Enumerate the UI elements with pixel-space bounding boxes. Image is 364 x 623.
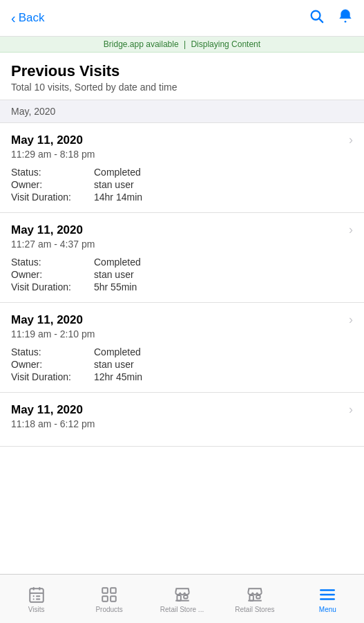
status-value: Completed [94, 346, 353, 357]
visit-time: 11:18 am - 6:12 pm [11, 418, 353, 429]
products-icon [100, 586, 118, 604]
main-content: Previous Visits Total 10 visits, Sorted … [0, 53, 364, 496]
chevron-right-icon: › [349, 133, 353, 147]
svg-rect-12 [111, 588, 116, 593]
duration-value: 5hr 55min [94, 281, 353, 292]
banner-right-text: Displaying Content [191, 39, 260, 49]
svg-rect-3 [30, 588, 44, 602]
tab-bar: Visits Products Retail Store ... [0, 574, 364, 623]
banner-separator: | [184, 39, 186, 49]
svg-rect-13 [102, 596, 108, 602]
tab-visits-label: Visits [28, 606, 45, 613]
visit-date: May 11, 2020 [11, 133, 83, 147]
status-label: Status: [11, 257, 94, 268]
visit-header: May 11, 2020 › [11, 223, 353, 237]
chevron-right-icon: › [349, 313, 353, 327]
svg-rect-16 [184, 595, 187, 598]
back-label: Back [19, 11, 45, 25]
header: ‹ Back [0, 0, 364, 37]
duration-value: 14hr 14min [94, 192, 353, 203]
visit-item-3[interactable]: May 11, 2020 › 11:18 am - 6:12 pm [0, 393, 364, 447]
duration-label: Visit Duration: [11, 371, 94, 382]
visit-item-2[interactable]: May 11, 2020 › 11:19 am - 2:10 pm Status… [0, 303, 364, 393]
svg-rect-11 [102, 588, 108, 593]
svg-rect-19 [256, 595, 260, 598]
owner-value: stan user [94, 359, 353, 370]
retail-stores-icon [246, 586, 264, 604]
tab-products[interactable]: Products [73, 575, 145, 623]
tab-retail-store[interactable]: Retail Store ... [146, 575, 218, 623]
chevron-right-icon: › [349, 223, 353, 237]
visit-date: May 11, 2020 [11, 313, 83, 327]
visit-details: Status: Completed Owner: stan user Visit… [11, 346, 353, 382]
back-button[interactable]: ‹ Back [11, 10, 44, 26]
owner-value: stan user [94, 179, 353, 190]
status-value: Completed [94, 257, 353, 268]
visits-list: May 11, 2020 › 11:29 am - 8:18 pm Status… [0, 123, 364, 447]
owner-label: Owner: [11, 269, 94, 280]
visit-header: May 11, 2020 › [11, 313, 353, 327]
duration-label: Visit Duration: [11, 192, 94, 203]
page-subtitle: Total 10 visits, Sorted by date and time [11, 82, 353, 93]
visit-date: May 11, 2020 [11, 223, 83, 237]
retail-store-icon [173, 586, 191, 604]
visit-time: 11:19 am - 2:10 pm [11, 328, 353, 340]
search-icon[interactable] [309, 8, 324, 28]
status-label: Status: [11, 346, 94, 357]
visit-item-1[interactable]: May 11, 2020 › 11:27 am - 4:37 pm Status… [0, 213, 364, 303]
tab-retail-stores-label: Retail Stores [235, 606, 274, 613]
tab-menu[interactable]: Menu [291, 575, 364, 623]
bell-icon[interactable] [338, 8, 353, 28]
visit-header: May 11, 2020 › [11, 133, 353, 147]
visit-time: 11:27 am - 4:37 pm [11, 239, 353, 250]
tab-menu-label: Menu [319, 606, 336, 613]
visit-time: 11:29 am - 8:18 pm [11, 149, 353, 160]
visit-date: May 11, 2020 [11, 403, 83, 417]
owner-label: Owner: [11, 359, 94, 370]
duration-value: 12hr 45min [94, 371, 353, 382]
page-title-section: Previous Visits Total 10 visits, Sorted … [0, 53, 364, 100]
menu-icon [318, 586, 336, 604]
month-header: May, 2020 [0, 100, 364, 123]
status-value: Completed [94, 167, 353, 178]
svg-rect-14 [111, 596, 116, 602]
chevron-left-icon: ‹ [11, 10, 16, 26]
owner-value: stan user [94, 269, 353, 280]
visit-details: Status: Completed Owner: stan user Visit… [11, 257, 353, 292]
svg-line-1 [319, 19, 323, 22]
banner-left-text: Bridge.app available [104, 39, 179, 49]
visit-header: May 11, 2020 › [11, 402, 353, 417]
visit-details: Status: Completed Owner: stan user Visit… [11, 167, 353, 203]
banner: Bridge.app available | Displaying Conten… [0, 37, 364, 53]
tab-retail-store-label: Retail Store ... [160, 606, 204, 613]
svg-rect-18 [249, 595, 253, 601]
svg-rect-15 [177, 595, 180, 601]
duration-label: Visit Duration: [11, 281, 94, 292]
tab-products-label: Products [95, 606, 122, 613]
tab-retail-stores[interactable]: Retail Stores [218, 575, 291, 623]
tab-visits[interactable]: Visits [0, 575, 73, 623]
svg-point-2 [345, 21, 347, 23]
status-label: Status: [11, 167, 94, 178]
header-icons [309, 8, 353, 28]
chevron-right-icon: › [349, 402, 353, 417]
visit-item-0[interactable]: May 11, 2020 › 11:29 am - 8:18 pm Status… [0, 123, 364, 213]
owner-label: Owner: [11, 179, 94, 190]
visits-icon [28, 586, 46, 604]
page-title: Previous Visits [11, 62, 353, 80]
